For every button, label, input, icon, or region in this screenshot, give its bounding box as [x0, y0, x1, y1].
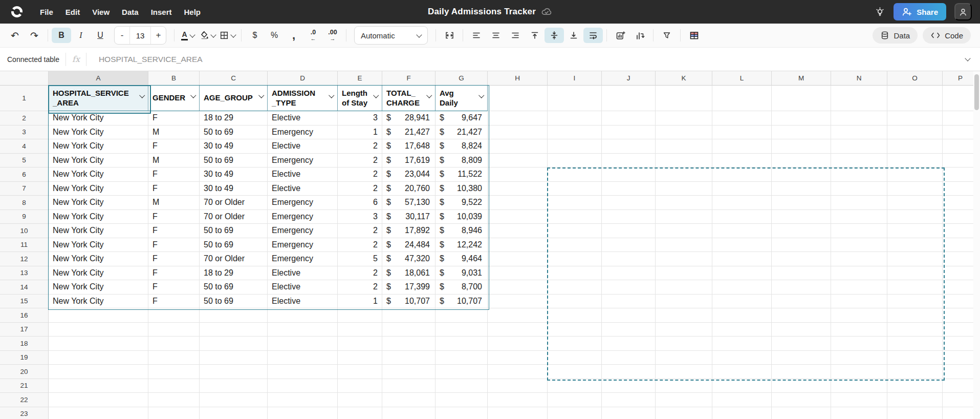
cell[interactable]: 2	[338, 238, 382, 253]
cell[interactable]	[656, 365, 712, 379]
row-header-2[interactable]: 2	[0, 111, 49, 125]
cell[interactable]: 70 or Older	[200, 196, 268, 210]
row-header-22[interactable]: 22	[0, 393, 49, 407]
cell[interactable]	[268, 407, 338, 419]
cell[interactable]	[887, 407, 943, 419]
cell[interactable]	[548, 86, 602, 111]
cell[interactable]	[148, 323, 200, 337]
cell[interactable]	[338, 379, 382, 393]
cell[interactable]	[435, 379, 488, 393]
cell[interactable]	[338, 365, 382, 379]
column-header-L[interactable]: L	[712, 71, 772, 86]
cell[interactable]	[602, 351, 656, 365]
column-header-N[interactable]: N	[831, 71, 887, 86]
valign-middle-button[interactable]	[545, 28, 564, 43]
cell[interactable]	[772, 252, 831, 266]
cell[interactable]: Elective	[268, 182, 338, 196]
cell[interactable]	[831, 295, 887, 309]
cell[interactable]	[887, 139, 943, 154]
cell[interactable]	[602, 379, 656, 393]
column-header-M[interactable]: M	[772, 71, 831, 86]
cell[interactable]: 50 to 69	[200, 295, 268, 309]
select-all-corner[interactable]	[0, 71, 49, 86]
cell[interactable]	[602, 252, 656, 266]
cell[interactable]	[712, 351, 772, 365]
cell[interactable]	[435, 337, 488, 351]
column-header-D[interactable]: D	[268, 71, 338, 86]
cell[interactable]	[435, 323, 488, 337]
cell[interactable]	[887, 224, 943, 238]
cell[interactable]: $21,427	[435, 125, 488, 140]
cell[interactable]	[548, 238, 602, 253]
cell[interactable]: $10,707	[382, 295, 435, 309]
header-dropdown-icon[interactable]	[426, 92, 432, 98]
column-header-F[interactable]: F	[382, 71, 435, 86]
cell[interactable]	[831, 266, 887, 281]
cell[interactable]: Elective	[268, 167, 338, 182]
cell[interactable]	[435, 308, 488, 323]
percent-format-button[interactable]: %	[265, 28, 284, 43]
cell[interactable]	[712, 139, 772, 154]
cell[interactable]	[712, 407, 772, 419]
cell[interactable]	[887, 252, 943, 266]
cell[interactable]	[602, 86, 656, 111]
cell[interactable]	[772, 407, 831, 419]
cell[interactable]	[772, 139, 831, 154]
menu-edit[interactable]: Edit	[59, 5, 86, 19]
cell[interactable]	[772, 308, 831, 323]
cell[interactable]: New York City	[49, 125, 148, 140]
cell[interactable]	[382, 379, 435, 393]
cell[interactable]	[887, 280, 943, 295]
cell[interactable]	[772, 379, 831, 393]
cell[interactable]: $12,242	[435, 238, 488, 253]
row-header-20[interactable]: 20	[0, 365, 49, 379]
cell[interactable]: 2	[338, 182, 382, 196]
undo-button[interactable]: ↶	[5, 28, 25, 43]
cell[interactable]	[831, 154, 887, 168]
cell[interactable]	[712, 196, 772, 210]
row-header-7[interactable]: 7	[0, 182, 49, 196]
cell[interactable]	[656, 86, 712, 111]
header-dropdown-icon[interactable]	[329, 92, 334, 98]
cell[interactable]	[602, 196, 656, 210]
cell[interactable]	[488, 182, 548, 196]
cell[interactable]	[772, 210, 831, 224]
cell[interactable]	[200, 393, 268, 407]
thousands-separator-button[interactable]: ,	[284, 28, 303, 43]
cell[interactable]	[148, 365, 200, 379]
cell[interactable]: 2	[338, 154, 382, 168]
cell[interactable]	[772, 86, 831, 111]
cell[interactable]	[656, 238, 712, 253]
cell[interactable]	[831, 125, 887, 140]
cell[interactable]: 50 to 69	[200, 154, 268, 168]
cell[interactable]	[602, 238, 656, 253]
cell[interactable]	[488, 295, 548, 309]
column-header-G[interactable]: G	[435, 71, 488, 86]
cell[interactable]	[887, 238, 943, 253]
cell[interactable]	[887, 393, 943, 407]
cell[interactable]	[831, 323, 887, 337]
cell[interactable]: Emergency	[268, 238, 338, 253]
cell[interactable]	[712, 280, 772, 295]
tips-lightbulb-icon[interactable]	[875, 7, 885, 17]
cell[interactable]: F	[148, 139, 200, 154]
cell[interactable]	[712, 323, 772, 337]
row-header-21[interactable]: 21	[0, 379, 49, 393]
cell[interactable]	[831, 337, 887, 351]
cell[interactable]	[712, 224, 772, 238]
column-header-C[interactable]: C	[200, 71, 268, 86]
cell[interactable]: $18,061	[382, 266, 435, 281]
cell[interactable]	[602, 308, 656, 323]
account-avatar-button[interactable]	[954, 3, 972, 20]
cell[interactable]: Elective	[268, 280, 338, 295]
cell[interactable]: $9,031	[435, 266, 488, 281]
cell[interactable]	[548, 196, 602, 210]
cell[interactable]	[382, 308, 435, 323]
cell[interactable]	[488, 238, 548, 253]
cell[interactable]	[338, 323, 382, 337]
cell[interactable]	[548, 295, 602, 309]
cell[interactable]	[772, 280, 831, 295]
cell[interactable]: 3	[338, 210, 382, 224]
formula-input[interactable]: HOSPITAL_SERVICE_AREA	[99, 55, 203, 64]
cell[interactable]	[772, 182, 831, 196]
